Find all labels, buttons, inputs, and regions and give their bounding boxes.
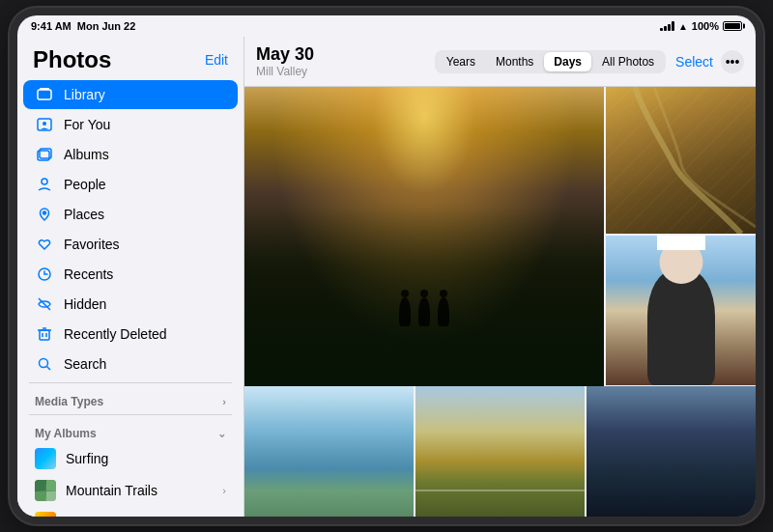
svg-rect-0 bbox=[38, 90, 51, 99]
road-svg bbox=[606, 87, 756, 234]
months-button[interactable]: Months bbox=[486, 52, 543, 71]
cyclists-overlay bbox=[399, 297, 449, 326]
more-button[interactable]: ••• bbox=[721, 50, 744, 73]
photo-road-cycling[interactable] bbox=[415, 386, 585, 517]
wifi-icon: ▲ bbox=[678, 21, 688, 32]
mexico-thumb bbox=[35, 512, 56, 517]
grid-top-row bbox=[244, 87, 756, 386]
recently-deleted-label: Recently Deleted bbox=[64, 326, 226, 342]
trip-mexico-label: Trip to Mexico City bbox=[66, 515, 226, 517]
people-label: People bbox=[64, 177, 226, 192]
sidebar-item-people[interactable]: People bbox=[23, 170, 238, 199]
search-label: Search bbox=[64, 356, 226, 372]
sidebar-item-places[interactable]: Places bbox=[23, 200, 238, 229]
grid-location: Mill Valley bbox=[256, 65, 314, 78]
for-you-label: For You bbox=[64, 117, 226, 132]
sidebar-item-search[interactable]: Search bbox=[23, 350, 238, 378]
photo-cyclist-portrait[interactable] bbox=[606, 236, 756, 385]
select-button[interactable]: Select bbox=[675, 54, 713, 70]
sidebar-item-mountain-trails[interactable]: Mountain Trails › bbox=[23, 475, 238, 506]
sidebar: Photos Edit Library bbox=[17, 37, 244, 517]
sidebar-scroll[interactable]: Library For You bbox=[17, 79, 243, 517]
sidebar-header: Photos Edit bbox=[17, 37, 243, 79]
edit-button[interactable]: Edit bbox=[205, 52, 228, 68]
recents-label: Recents bbox=[64, 266, 226, 282]
grid-title-area: May 30 Mill Valley bbox=[256, 44, 314, 78]
status-date: Mon Jun 22 bbox=[77, 20, 136, 32]
media-types-header[interactable]: Media Types › bbox=[17, 387, 243, 410]
photo-forest-road[interactable] bbox=[244, 87, 604, 386]
surfing-thumb bbox=[35, 448, 56, 469]
my-albums-label: My Albums bbox=[35, 427, 97, 440]
photo-right-col bbox=[606, 87, 756, 386]
mountain-chevron: › bbox=[222, 485, 226, 496]
media-types-chevron[interactable]: › bbox=[222, 396, 226, 407]
status-bar-left: 9:41 AM Mon Jun 22 bbox=[31, 20, 135, 32]
recents-icon bbox=[35, 265, 54, 284]
albums-label: Albums bbox=[64, 147, 226, 162]
main-content: Photos Edit Library bbox=[17, 37, 756, 517]
cyclist-1 bbox=[399, 297, 411, 326]
favorites-label: Favorites bbox=[64, 237, 226, 252]
app-title: Photos bbox=[33, 46, 111, 73]
media-types-label: Media Types bbox=[35, 395, 103, 408]
library-label: Library bbox=[64, 87, 226, 102]
surfing-label: Surfing bbox=[66, 451, 226, 466]
content-area: May 30 Mill Valley Years Months Days All… bbox=[244, 37, 756, 517]
favorites-icon bbox=[35, 235, 54, 254]
ipad-frame: 9:41 AM Mon Jun 22 ▲ 100% Photos Edit bbox=[10, 8, 763, 524]
grid-header: May 30 Mill Valley Years Months Days All… bbox=[244, 37, 756, 87]
for-you-icon bbox=[35, 115, 54, 134]
library-icon bbox=[35, 85, 54, 104]
my-albums-header[interactable]: My Albums ⌄ bbox=[17, 419, 243, 442]
sidebar-item-recents[interactable]: Recents bbox=[23, 260, 238, 289]
grid-date: May 30 bbox=[256, 44, 314, 65]
svg-rect-10 bbox=[40, 330, 49, 340]
sidebar-item-for-you[interactable]: For You bbox=[23, 110, 238, 139]
places-label: Places bbox=[64, 207, 226, 222]
hidden-label: Hidden bbox=[64, 296, 226, 312]
cyclist-2 bbox=[418, 297, 430, 326]
sidebar-item-library[interactable]: Library bbox=[23, 80, 238, 109]
hidden-icon bbox=[35, 294, 54, 314]
sidebar-item-trip-mexico[interactable]: Trip to Mexico City bbox=[23, 507, 238, 517]
sidebar-item-recently-deleted[interactable]: Recently Deleted bbox=[23, 320, 238, 349]
signal-icon bbox=[660, 21, 674, 31]
svg-point-3 bbox=[43, 122, 46, 126]
days-button[interactable]: Days bbox=[544, 52, 591, 71]
grid-controls: Years Months Days All Photos Select ••• bbox=[435, 50, 744, 73]
sidebar-item-hidden[interactable]: Hidden bbox=[23, 290, 238, 319]
svg-rect-1 bbox=[40, 88, 49, 90]
people-icon bbox=[35, 175, 54, 194]
sidebar-item-favorites[interactable]: Favorites bbox=[23, 230, 238, 259]
svg-line-9 bbox=[39, 298, 50, 310]
cyclist-portrait bbox=[647, 269, 715, 385]
mountain-thumb bbox=[35, 480, 56, 501]
photo-night-cycling[interactable] bbox=[587, 386, 756, 517]
mountain-trails-label: Mountain Trails bbox=[66, 483, 213, 498]
trash-icon bbox=[35, 324, 54, 344]
battery-icon bbox=[723, 21, 742, 31]
sidebar-item-albums[interactable]: Albums bbox=[23, 140, 238, 169]
all-photos-button[interactable]: All Photos bbox=[592, 52, 664, 71]
divider bbox=[29, 382, 232, 383]
search-icon bbox=[35, 354, 54, 374]
albums-icon bbox=[35, 145, 54, 164]
time-filter: Years Months Days All Photos bbox=[435, 50, 666, 73]
status-time: 9:41 AM bbox=[31, 20, 72, 32]
status-bar-right: ▲ 100% bbox=[660, 20, 742, 32]
photo-coastal[interactable] bbox=[244, 386, 414, 517]
svg-line-14 bbox=[47, 367, 51, 371]
sidebar-item-surfing[interactable]: Surfing bbox=[23, 443, 238, 474]
svg-point-7 bbox=[43, 211, 46, 214]
photos-grid: June 8 Hacienda Heights ••• bbox=[244, 87, 756, 517]
battery-percent: 100% bbox=[692, 20, 719, 32]
my-albums-chevron[interactable]: ⌄ bbox=[217, 428, 226, 440]
divider2 bbox=[29, 414, 232, 415]
photo-aerial-road[interactable] bbox=[606, 87, 756, 234]
status-bar: 9:41 AM Mon Jun 22 ▲ 100% bbox=[17, 15, 756, 37]
svg-point-6 bbox=[42, 179, 47, 184]
svg-point-13 bbox=[40, 359, 48, 368]
years-button[interactable]: Years bbox=[437, 52, 485, 71]
places-icon bbox=[35, 205, 54, 224]
